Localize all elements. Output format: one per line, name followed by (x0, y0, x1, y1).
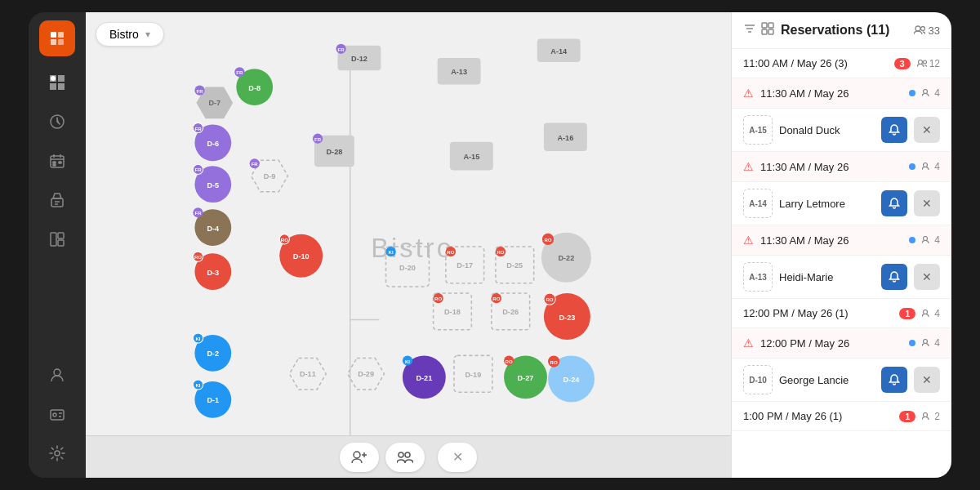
time-group-1300[interactable]: 1:00 PM / May 26 (1) 1 2 (732, 402, 951, 431)
notify-btn-donald[interactable] (881, 117, 907, 143)
table-D26[interactable]: D-26 RO (492, 293, 530, 330)
table-A15[interactable]: A-15 (450, 142, 493, 171)
table-D12[interactable]: D-12 FR (336, 44, 381, 71)
table-D9[interactable]: D-9 FR (250, 158, 288, 192)
svg-text:D-12: D-12 (351, 55, 368, 63)
svg-text:RO: RO (492, 296, 500, 301)
close-floor-button[interactable]: ✕ (438, 443, 477, 472)
time-label-1200-1: 12:00 PM / May 26 (1) (743, 307, 893, 319)
time-group-1130-1[interactable]: ⚠ 11:30 AM / May 26 4 (732, 78, 951, 109)
table-D28[interactable]: D-28 FR (313, 134, 354, 167)
sidebar-item-layout[interactable] (41, 223, 74, 256)
svg-point-133 (924, 237, 928, 241)
panel-title: Reservations (11) (781, 23, 907, 38)
svg-text:KI: KI (405, 359, 410, 364)
table-D4[interactable]: D-4 FR (193, 207, 231, 246)
sidebar-item-clock[interactable] (41, 105, 74, 138)
svg-text:D-27: D-27 (518, 374, 534, 382)
people-count-1130-1: 4 (922, 87, 940, 99)
svg-point-127 (915, 26, 920, 31)
table-D23[interactable]: D-23 RO (544, 293, 590, 340)
table-D18[interactable]: D-18 RO (434, 293, 472, 330)
svg-text:D-22: D-22 (558, 254, 574, 262)
time-label-1300: 1:00 PM / May 26 (1) (743, 410, 893, 422)
table-D25[interactable]: D-25 RO (496, 247, 534, 283)
svg-text:D-8: D-8 (248, 84, 261, 92)
table-A13[interactable]: A-13 (438, 58, 481, 85)
table-A16[interactable]: A-16 (544, 122, 587, 151)
svg-text:D-24: D-24 (564, 376, 581, 384)
time-group-1100[interactable]: 11:00 AM / May 26 (3) 3 12 (732, 49, 951, 78)
svg-point-135 (924, 340, 928, 344)
close-btn-heidi[interactable]: ✕ (914, 264, 940, 290)
notify-btn-heidi[interactable] (881, 264, 907, 290)
svg-text:FR: FR (314, 136, 322, 142)
table-D17[interactable]: D-17 RO (446, 247, 484, 283)
close-btn-donald[interactable]: ✕ (914, 117, 940, 143)
table-D2[interactable]: D-2 KI (193, 333, 231, 372)
table-D27[interactable]: D-27 RO (504, 355, 547, 399)
close-btn-larry[interactable]: ✕ (914, 190, 940, 216)
table-A14[interactable]: A-14 (537, 39, 581, 62)
table-D7[interactable]: D-7 FR (194, 86, 233, 119)
table-D3[interactable]: D-3 RO (193, 252, 231, 290)
svg-text:RO: RO (544, 237, 551, 243)
notify-btn-george[interactable] (881, 367, 907, 393)
filter-icon[interactable] (743, 22, 756, 38)
sidebar-item-profile[interactable] (41, 359, 74, 391)
app-logo[interactable] (39, 20, 75, 56)
table-D11[interactable]: D-11 (289, 358, 326, 390)
time-group-1200-1[interactable]: 12:00 PM / May 26 (1) 1 4 (732, 299, 951, 328)
status-dot-1130-3 (909, 237, 915, 243)
grid-icon[interactable] (761, 22, 774, 38)
notify-btn-larry[interactable] (881, 190, 907, 216)
table-D5[interactable]: D-5 FR (193, 164, 231, 203)
svg-rect-125 (762, 29, 767, 34)
sidebar-item-settings[interactable] (41, 437, 74, 470)
svg-rect-3 (58, 39, 64, 45)
add-person-button[interactable] (340, 443, 379, 472)
svg-text:D-19: D-19 (465, 371, 481, 379)
res-item-heidi: A-13 Heidi-Marie ✕ (732, 256, 951, 299)
reservations-list[interactable]: 11:00 AM / May 26 (3) 3 12 ⚠ 11:30 AM / … (732, 49, 951, 478)
time-group-1200-2[interactable]: ⚠ 12:00 PM / May 26 4 (732, 328, 951, 359)
table-tag-a14: A-14 (743, 189, 773, 218)
status-dot-1200-2 (909, 340, 915, 346)
group-button[interactable] (385, 443, 425, 472)
time-group-1130-3[interactable]: ⚠ 11:30 AM / May 26 4 (732, 225, 951, 256)
res-name-george: George Lancie (779, 374, 875, 386)
count-badge-1100: 3 (894, 58, 911, 69)
res-name-donald: Donald Duck (779, 124, 875, 136)
sidebar (29, 12, 86, 478)
svg-point-134 (924, 310, 928, 314)
status-dot-1130-1 (909, 90, 915, 96)
svg-text:D-21: D-21 (416, 374, 432, 382)
sidebar-item-orders[interactable] (41, 184, 74, 216)
svg-text:RO: RO (550, 359, 558, 365)
table-D10[interactable]: D-10 RO (279, 234, 323, 278)
svg-text:FR: FR (337, 47, 345, 52)
panel-header: Reservations (11) 33 (732, 12, 951, 49)
table-D1[interactable]: D-1 KI (193, 380, 231, 418)
table-tag-a15: A-15 (743, 115, 773, 145)
status-dot-1130-2 (909, 163, 915, 170)
bistro-label: Bistro (371, 234, 454, 263)
time-group-1130-2[interactable]: ⚠ 11:30 AM / May 26 4 (732, 152, 951, 182)
table-D21[interactable]: D-21 KI (403, 355, 446, 399)
sidebar-item-calendar[interactable] (41, 145, 74, 177)
tablet-frame: Bistro ▾ Bistro D-7 (29, 12, 951, 478)
table-D22[interactable]: D-22 RO (541, 233, 591, 283)
time-label-1200-2: 12:00 PM / May 26 (760, 337, 902, 350)
venue-selector[interactable]: Bistro ▾ (96, 22, 164, 47)
table-D24[interactable]: D-24 RO (548, 355, 595, 402)
table-D19[interactable]: D-19 (454, 355, 492, 392)
table-D6[interactable]: D-6 FR (193, 122, 231, 161)
table-D8[interactable]: D-8 FR (234, 67, 273, 105)
sidebar-item-id-card[interactable] (41, 398, 74, 430)
people-count-1130-2: 4 (922, 161, 940, 172)
sidebar-item-floor-plan[interactable] (41, 66, 74, 99)
table-D29[interactable]: D-29 (348, 358, 385, 390)
close-btn-george[interactable]: ✕ (914, 367, 940, 393)
svg-rect-7 (53, 162, 56, 163)
svg-point-132 (924, 163, 928, 167)
